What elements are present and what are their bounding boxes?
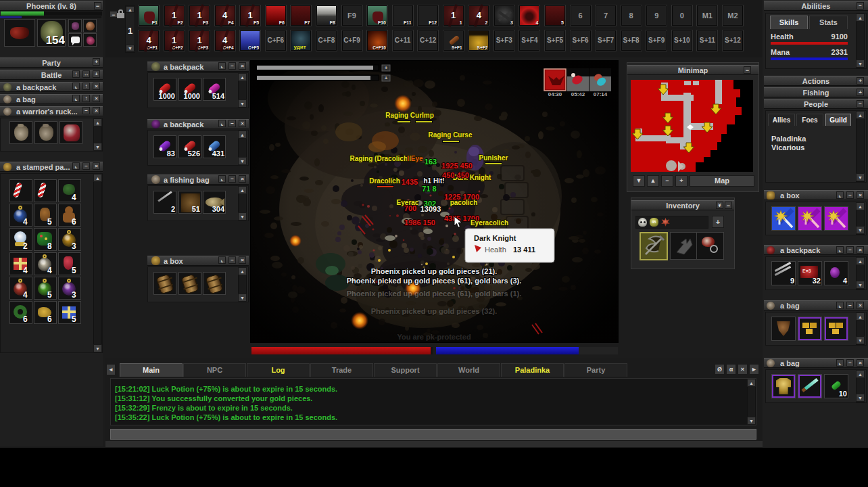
svg-text:Eyeracolich: Eyeracolich [471,219,508,227]
svg-text:04:30: 04:30 [548,91,562,97]
svg-text:Phoenix picked up gold pieces: Phoenix picked up gold pieces (61), gold… [347,289,522,298]
svg-text:Phoenix picked up gold pieces: Phoenix picked up gold pieces (32). [371,307,497,315]
svg-text:Health: Health [485,246,506,254]
svg-text:Dark Knight: Dark Knight [474,234,516,242]
svg-text:Phoenix picked up gold pieces: Phoenix picked up gold pieces (61), gold… [347,277,522,285]
svg-text:1986 150: 1986 150 [404,218,435,227]
svg-text:h1 Hit!: h1 Hit! [423,177,444,185]
svg-text:Raging (Dracolichil: Raging (Dracolichil [349,155,411,162]
svg-text:+: + [385,65,388,71]
svg-text:Raging Curse: Raging Curse [428,131,472,139]
svg-text:pacolich: pacolich [450,199,478,206]
svg-text:13093: 13093 [420,205,441,213]
svg-text:You are pk-protected: You are pk-protected [397,333,471,341]
svg-text:1925 450: 1925 450 [441,162,473,170]
svg-text:Punisher: Punisher [479,154,508,162]
svg-text:450 450: 450 450 [442,171,469,179]
svg-text:71 8: 71 8 [422,185,436,193]
svg-text:700: 700 [404,204,416,212]
svg-text:Phoenix picked up gold pieces: Phoenix picked up gold pieces (21). [371,267,497,275]
svg-text:05:42: 05:42 [571,91,585,97]
svg-text:+: + [385,75,388,81]
svg-text:Raging CurImp: Raging CurImp [385,112,434,119]
svg-text:l Eye: l Eye [407,155,423,162]
svg-text:13 411: 13 411 [513,246,535,254]
svg-text:163: 163 [425,158,437,166]
svg-text:Dracolich: Dracolich [369,177,400,185]
svg-text:1435: 1435 [402,178,418,186]
svg-text:07:14: 07:14 [594,91,608,97]
